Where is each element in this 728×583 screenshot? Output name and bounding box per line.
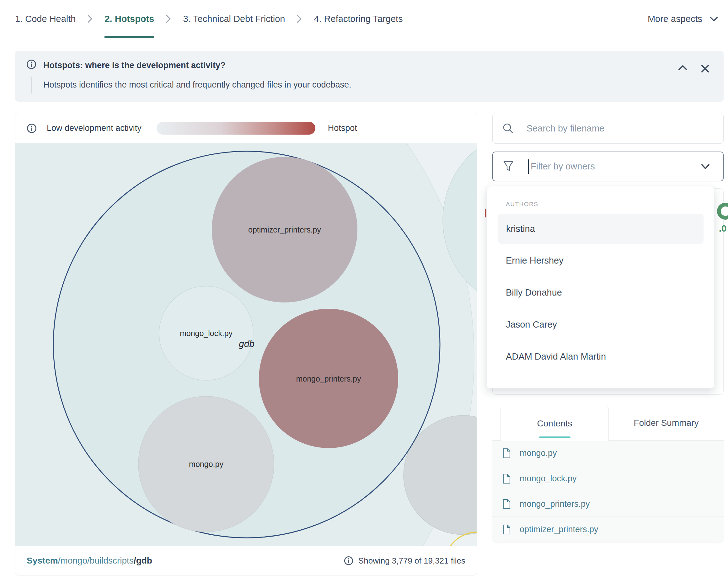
info-icon[interactable] xyxy=(344,556,353,565)
bubble-label: mongo_printers.py xyxy=(296,374,361,383)
chevron-down-icon xyxy=(709,16,719,22)
info-icon[interactable] xyxy=(27,123,37,133)
nav-label: 4. Refactoring Targets xyxy=(314,14,402,24)
banner-title: Hotspots: where is the development activ… xyxy=(43,60,226,70)
tab-label: Folder Summary xyxy=(634,418,699,428)
folder-label-gdb: gdb xyxy=(239,339,255,349)
side-panel: .0 AUTHORS kristina Ernie Hershey Billy … xyxy=(492,113,724,558)
file-row-mongo[interactable]: mongo.py xyxy=(492,441,724,466)
owner-filter-input[interactable] xyxy=(530,161,700,172)
file-row-mongo-lock[interactable]: mongo_lock.py xyxy=(492,466,724,492)
file-icon xyxy=(502,499,511,509)
nav-label: 3. Technical Debt Friction xyxy=(183,14,285,24)
nav-label: 2. Hotspots xyxy=(104,14,154,24)
hotspots-info-banner: Hotspots: where is the development activ… xyxy=(15,51,724,102)
files-count-text: Showing 3,779 of 19,321 files xyxy=(358,556,465,566)
bubble-label: mongo_lock.py xyxy=(180,329,233,338)
nav-item-refactoring-targets[interactable]: 4. Refactoring Targets xyxy=(314,0,402,38)
folder-contents-card: Contents Folder Summary mongo.py mongo_l… xyxy=(492,406,724,542)
file-icon xyxy=(502,524,511,535)
author-option-adam-david-alan-martin[interactable]: ADAM David Alan Martin xyxy=(506,351,606,362)
file-list: mongo.py mongo_lock.py mongo_printers.py… xyxy=(492,440,724,542)
file-link[interactable]: optimizer_printers.py xyxy=(520,525,598,534)
search-icon xyxy=(502,123,514,134)
nav-item-hotspots[interactable]: 2. Hotspots xyxy=(104,0,154,38)
activity-legend: Low development activity Hotspot xyxy=(16,113,477,143)
author-option-billy-donahue[interactable]: Billy Donahue xyxy=(506,287,562,298)
hotspot-map-card: Low development activity Hotspot optimiz… xyxy=(15,113,477,576)
authors-heading: AUTHORS xyxy=(506,201,538,208)
filter-funnel-icon xyxy=(502,160,514,173)
file-row-optimizer-printers[interactable]: optimizer_printers.py xyxy=(492,517,724,542)
banner-description: Hotspots identifies the most critical an… xyxy=(43,80,352,90)
breadcrumb-current: gdb xyxy=(136,556,152,565)
author-option-jason-carey[interactable]: Jason Carey xyxy=(506,319,557,330)
nav-item-technical-debt-friction[interactable]: 3. Technical Debt Friction xyxy=(183,0,285,38)
nav-item-code-health[interactable]: 1. Code Health xyxy=(15,0,76,38)
breadcrumb-separator: / xyxy=(134,556,136,565)
author-option-label: kristina xyxy=(506,224,535,234)
files-count-status: Showing 3,779 of 19,321 files xyxy=(344,556,465,566)
hotspot-bubble-map: optimizer_printers.py mongo_lock.py gdb … xyxy=(16,143,477,546)
more-aspects-button[interactable]: More aspects xyxy=(648,14,719,24)
chevron-down-icon[interactable] xyxy=(700,163,710,170)
info-icon xyxy=(26,59,36,69)
legend-hotspot-label: Hotspot xyxy=(328,123,357,133)
breadcrumb-path[interactable]: /mongo/buildscripts xyxy=(58,556,134,565)
file-icon xyxy=(502,474,511,484)
owner-filter[interactable] xyxy=(492,152,724,181)
nav-label: 1. Code Health xyxy=(15,14,76,24)
aspect-navigation: 1. Code Health 2. Hotspots 3. Technical … xyxy=(0,0,728,38)
quote-bar xyxy=(31,77,32,94)
file-link[interactable]: mongo.py xyxy=(520,448,557,458)
chevron-right-icon xyxy=(87,14,93,24)
chevron-right-icon xyxy=(296,14,303,24)
tab-folder-summary[interactable]: Folder Summary xyxy=(609,406,724,440)
breadcrumb[interactable]: System/mongo/buildscripts/gdb xyxy=(27,556,152,566)
legend-low-label: Low development activity xyxy=(47,123,141,133)
close-icon xyxy=(700,64,710,74)
file-link[interactable]: mongo_printers.py xyxy=(520,499,590,509)
bubble-label: optimizer_printers.py xyxy=(248,225,321,234)
file-row-mongo-printers[interactable]: mongo_printers.py xyxy=(492,492,724,517)
file-icon xyxy=(502,448,511,458)
authors-dropdown: AUTHORS kristina Ernie Hershey Billy Don… xyxy=(486,186,714,389)
collapse-banner-button[interactable] xyxy=(677,64,688,72)
map-footer: System/mongo/buildscripts/gdb Showing 3,… xyxy=(16,546,477,575)
active-tab-underline xyxy=(539,436,570,439)
hotspots-page: 1. Code Health 2. Hotspots 3. Technical … xyxy=(0,0,728,583)
close-banner-button[interactable] xyxy=(700,64,710,74)
search-input[interactable] xyxy=(526,123,723,134)
code-health-score-fragment: .0 xyxy=(719,223,726,234)
filename-search[interactable] xyxy=(492,113,724,144)
activity-gradient-bar xyxy=(157,122,315,135)
file-link[interactable]: mongo_lock.py xyxy=(520,474,577,483)
bubble-label: mongo.py xyxy=(189,460,224,469)
text-caret xyxy=(528,159,529,174)
tab-contents[interactable]: Contents xyxy=(500,406,609,441)
main-content: Low development activity Hotspot optimiz… xyxy=(15,113,724,576)
author-option-ernie-hershey[interactable]: Ernie Hershey xyxy=(506,256,564,266)
breadcrumb-root[interactable]: System xyxy=(27,556,58,565)
tab-label: Contents xyxy=(537,419,572,429)
author-option-kristina[interactable]: kristina xyxy=(498,214,704,244)
tab-bar: Contents Folder Summary xyxy=(492,406,724,440)
chevron-right-icon xyxy=(165,14,172,24)
more-aspects-label: More aspects xyxy=(648,14,702,24)
chevron-up-icon xyxy=(677,64,688,72)
